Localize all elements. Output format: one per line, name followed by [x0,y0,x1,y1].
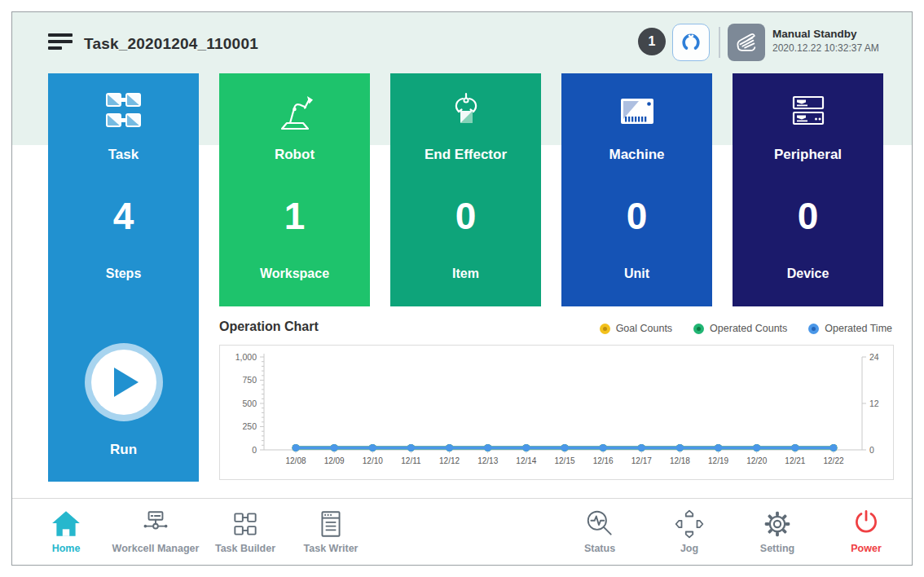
menu-icon[interactable] [48,33,74,53]
status-icon [584,508,615,540]
gripper-icon [443,90,489,135]
svg-text:24: 24 [869,352,879,362]
card-title: End Effector [390,147,541,163]
card-robot[interactable]: Robot 1 Workspace [219,73,370,306]
card-title: Task [48,147,199,163]
chart-legend: Goal Counts Operated Counts Operated Tim… [600,323,892,334]
app-window: Task_20201204_110001 1 Manual Standby 20… [11,11,913,566]
card-task[interactable]: Task 4 Steps Run [48,73,199,482]
card-title: Robot [219,147,370,163]
card-peripheral[interactable]: Peripheral 0 Device [733,73,883,306]
legend-item-goal-counts: Goal Counts [600,323,672,334]
run-label: Run [48,442,199,458]
svg-text:500: 500 [242,399,257,408]
page-title: Task_20201204_110001 [84,35,258,53]
card-value: 0 [390,194,541,238]
card-unit: Item [390,266,541,281]
manual-mode-button[interactable] [728,24,765,61]
notification-badge[interactable]: 1 [638,28,666,55]
card-value: 0 [561,194,712,238]
nav-power[interactable]: Power [812,508,913,554]
legend-label: Operated Time [825,323,892,334]
card-unit: Steps [48,266,199,281]
servo-button[interactable] [672,24,710,61]
legend-item-operated-counts: Operated Counts [693,323,787,334]
operated-time-dot-icon [808,324,819,334]
home-icon [51,508,81,540]
machine-icon [614,90,660,135]
svg-text:12/14: 12/14 [516,456,536,465]
svg-text:12: 12 [869,399,879,408]
hand-icon [733,29,759,55]
bottom-nav-bar: Home Workcell Manager [12,498,912,566]
nav-label: Power [812,543,913,554]
nav-task-writer[interactable]: Task Writer [277,508,385,554]
task-writer-icon [315,508,346,540]
svg-text:12/20: 12/20 [746,456,767,465]
card-unit: Workspace [219,266,370,281]
card-value: 0 [733,194,883,238]
nav-label: Task Writer [277,543,385,554]
goal-counts-dot-icon [600,324,610,334]
svg-text:12/11: 12/11 [401,456,421,465]
play-icon [114,368,140,397]
legend-label: Goal Counts [616,323,672,334]
robot-arm-icon [272,90,318,135]
svg-text:12/17: 12/17 [631,456,652,465]
svg-text:0: 0 [252,445,257,455]
svg-text:0: 0 [869,445,874,455]
card-title: Machine [561,147,712,163]
robot-status: Manual Standby 2020.12.22 10:32:37 AM [772,28,879,54]
svg-text:12/15: 12/15 [554,456,574,465]
legend-label: Operated Counts [710,323,787,334]
robot-mode-label: Manual Standby [772,28,879,40]
power-icon [851,508,882,540]
svg-text:12/09: 12/09 [324,456,345,465]
operation-chart-svg: 1,00075050025002412012/0812/0912/1012/11… [220,346,893,479]
svg-text:12/22: 12/22 [823,456,843,465]
svg-text:12/18: 12/18 [670,456,690,465]
setting-icon [762,508,793,540]
operated-counts-dot-icon [693,324,704,334]
card-unit: Unit [561,266,712,281]
svg-text:12/10: 12/10 [363,456,383,465]
card-value: 1 [219,194,370,238]
operation-chart: 1,00075050025002412012/0812/0912/1012/11… [219,345,894,480]
svg-text:12/16: 12/16 [593,456,614,465]
card-unit: Device [733,266,883,281]
task-steps-icon [101,90,147,135]
svg-text:12/12: 12/12 [439,456,460,465]
task-builder-icon [230,508,261,540]
legend-item-operated-time: Operated Time [808,323,892,334]
svg-text:12/19: 12/19 [708,456,728,465]
header-divider [719,27,720,58]
card-value: 4 [48,194,199,238]
run-button[interactable] [85,343,163,421]
server-stack-icon [785,90,831,135]
gripper-arc-icon [680,31,702,54]
svg-text:12/08: 12/08 [285,456,306,465]
svg-text:750: 750 [242,375,257,385]
chart-title: Operation Chart [219,319,319,334]
svg-text:250: 250 [242,421,257,431]
svg-text:1,000: 1,000 [235,352,257,362]
status-timestamp: 2020.12.22 10:32:37 AM [772,42,879,54]
card-machine[interactable]: Machine 0 Unit [561,73,712,306]
jog-icon [674,508,705,540]
card-end-effector[interactable]: End Effector 0 Item [390,73,541,306]
card-title: Peripheral [733,147,883,163]
svg-text:12/21: 12/21 [785,456,805,465]
svg-text:12/13: 12/13 [477,456,498,465]
workcell-manager-icon [140,508,171,540]
